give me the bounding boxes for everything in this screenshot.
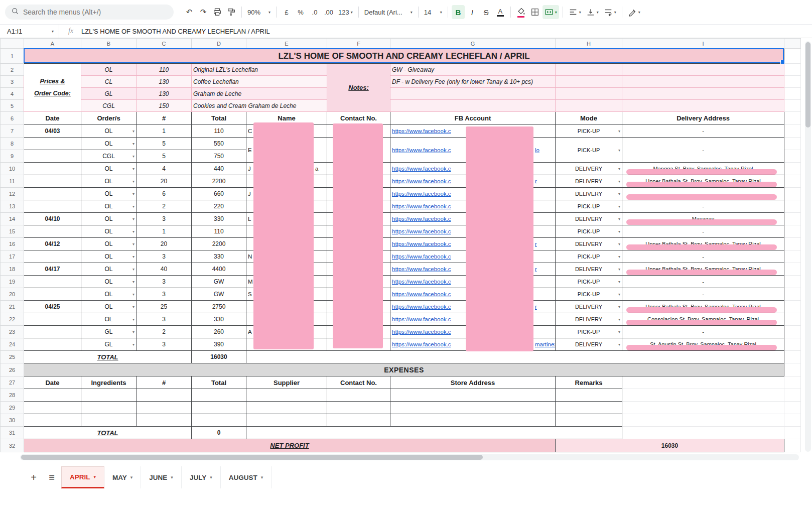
delivery-address-cell[interactable]: - [622, 225, 784, 238]
fb-account-link-suffix[interactable]: r [535, 178, 537, 184]
empty-cell[interactable] [622, 88, 784, 100]
qty-cell[interactable]: 20 [137, 238, 192, 250]
qty-cell[interactable]: 1 [137, 225, 192, 238]
sheet-title-cell[interactable]: LZL'S HOME OF SMOOTH AND CREAMY LECHEFLA… [24, 49, 784, 64]
empty-cell[interactable] [784, 125, 801, 138]
delivery-address-cell[interactable]: St. Agustin St. Brgy. Sampaloc, Tanay Ri… [622, 338, 784, 351]
fb-account-link[interactable]: https://www.facebook.c [392, 128, 451, 134]
row-header-10[interactable]: 10 [1, 163, 24, 175]
fb-account-link-suffix[interactable]: martinez. [535, 341, 556, 347]
order-total-cell[interactable]: 750 [192, 150, 246, 163]
dropdown-arrow-icon[interactable]: ▾ [618, 254, 620, 259]
empty-cell[interactable] [784, 351, 801, 363]
empty-cell[interactable] [390, 402, 556, 414]
dropdown-arrow-icon[interactable]: ▾ [618, 305, 620, 309]
mode-dropdown-cell[interactable]: PICK-UP▾ [556, 200, 622, 213]
row-header-8[interactable]: 8 [1, 138, 24, 150]
row-header-3[interactable]: 3 [1, 76, 24, 88]
empty-cell[interactable] [327, 389, 390, 402]
mode-dropdown-cell[interactable]: PICK-UP▾ [556, 125, 622, 138]
empty-cell[interactable] [81, 389, 137, 402]
horizontal-align-button[interactable]: ▾ [567, 5, 583, 19]
empty-cell[interactable] [784, 49, 801, 64]
delivery-address-cell[interactable]: - [622, 200, 784, 213]
row-header-30[interactable]: 30 [1, 414, 24, 427]
empty-cell[interactable] [784, 138, 801, 150]
empty-cell[interactable] [81, 402, 137, 414]
number-format-button[interactable]: 123▾ [336, 5, 355, 19]
empty-cell[interactable] [784, 439, 801, 452]
row-header-15[interactable]: 15 [1, 225, 24, 238]
row-header-14[interactable]: 14 [1, 213, 24, 225]
date-cell[interactable] [24, 276, 81, 288]
sheet-tab-june[interactable]: JUNE▾ [141, 466, 182, 488]
dropdown-arrow-icon[interactable]: ▾ [618, 148, 620, 152]
fb-account-link[interactable]: https://www.facebook.c [392, 304, 451, 310]
select-all-corner[interactable] [1, 39, 24, 49]
empty-cell[interactable] [784, 427, 801, 439]
empty-cell[interactable] [192, 389, 246, 402]
print-button[interactable] [211, 5, 224, 19]
column-header-F[interactable]: F [327, 39, 390, 49]
fb-account-link[interactable]: https://www.facebook.c [392, 203, 451, 209]
mode-dropdown-cell[interactable]: DELIVERY▾ [556, 238, 622, 250]
prices-order-code-label[interactable]: Prices &Order Code: [24, 64, 81, 112]
empty-cell[interactable] [784, 112, 801, 125]
expense-header-7[interactable]: Remarks [556, 376, 622, 389]
empty-cell[interactable] [622, 76, 784, 88]
note-cell[interactable]: GW - Giveaway [390, 64, 556, 76]
dropdown-arrow-icon[interactable]: ▾ [132, 179, 134, 184]
order-cell[interactable]: OL▾ [81, 225, 137, 238]
empty-cell[interactable] [784, 276, 801, 288]
italic-button[interactable]: I [466, 5, 479, 19]
row-header-2[interactable]: 2 [1, 64, 24, 76]
delivery-address-cell[interactable]: Upper Bathala St. Brgy. Sampaloc, Tanay … [622, 301, 784, 313]
empty-cell[interactable] [81, 414, 137, 427]
row-header-12[interactable]: 12 [1, 188, 24, 200]
dropdown-arrow-icon[interactable]: ▾ [132, 167, 134, 171]
empty-cell[interactable] [784, 238, 801, 250]
expense-header-6[interactable]: Store Address [390, 376, 556, 389]
empty-cell[interactable] [137, 402, 192, 414]
price-name-cell[interactable]: Cookies and Cream Graham de Leche [192, 100, 327, 112]
all-sheets-button[interactable]: ≡ [43, 469, 60, 486]
mode-dropdown-cell[interactable]: PICK-UP▾ [556, 326, 622, 338]
fb-account-link[interactable]: https://www.facebook.c [392, 166, 451, 172]
empty-cell[interactable] [784, 175, 801, 188]
delivery-address-cell[interactable]: Mayagay [622, 213, 784, 225]
delivery-address-cell[interactable]: - [622, 138, 784, 163]
order-total-cell[interactable]: 4400 [192, 263, 246, 276]
empty-cell[interactable] [556, 64, 622, 76]
order-total-cell[interactable]: 550 [192, 138, 246, 150]
date-cell[interactable]: 04/10 [24, 213, 81, 225]
decrease-decimal-button[interactable]: .0 [308, 5, 321, 19]
empty-cell[interactable] [556, 414, 622, 427]
dropdown-arrow-icon[interactable]: ▾ [618, 204, 620, 209]
dropdown-arrow-icon[interactable]: ▾ [132, 330, 134, 334]
date-cell[interactable] [24, 163, 81, 175]
horizontal-scrollbar-thumb[interactable] [21, 455, 483, 460]
order-header-1[interactable]: Order/s [81, 112, 137, 125]
empty-cell[interactable] [24, 402, 81, 414]
order-cell[interactable]: OL▾ [81, 301, 137, 313]
dropdown-arrow-icon[interactable]: ▾ [132, 129, 134, 134]
qty-cell[interactable]: 6 [137, 188, 192, 200]
empty-cell[interactable] [192, 414, 246, 427]
add-sheet-button[interactable]: + [25, 469, 42, 486]
order-cell[interactable]: OL▾ [81, 288, 137, 301]
date-cell[interactable] [24, 200, 81, 213]
empty-cell[interactable] [622, 389, 784, 402]
row-header-29[interactable]: 29 [1, 402, 24, 414]
vertical-scrollbar-thumb[interactable] [805, 42, 810, 128]
empty-cell[interactable] [246, 389, 327, 402]
price-name-cell[interactable]: Coffee Lecheflan [192, 76, 327, 88]
order-total-cell[interactable]: 2750 [192, 301, 246, 313]
empty-cell[interactable] [246, 351, 784, 363]
delivery-address-cell[interactable]: Upper Bathala St. Brgy. Sampaloc, Tanay … [622, 263, 784, 276]
dropdown-arrow-icon[interactable]: ▾ [132, 280, 134, 284]
empty-cell[interactable] [246, 427, 622, 439]
chevron-down-icon[interactable]: ▾ [94, 474, 96, 479]
qty-cell[interactable]: 20 [137, 175, 192, 188]
empty-cell[interactable] [622, 64, 784, 76]
price-name-cell[interactable]: Original LZL's Lecheflan [192, 64, 327, 76]
